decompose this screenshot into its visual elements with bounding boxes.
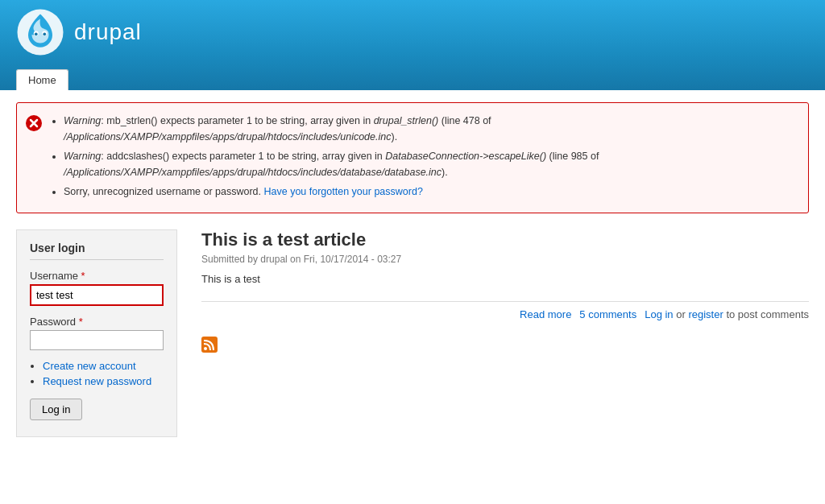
drupal-logo-icon	[16, 8, 64, 56]
article-footer: Read more 5 comments Log in or register …	[201, 301, 809, 320]
read-more-link[interactable]: Read more	[520, 308, 571, 320]
svg-point-9	[204, 347, 207, 350]
username-label: Username *	[30, 270, 164, 282]
error-icon	[25, 114, 43, 132]
svg-point-4	[43, 32, 46, 35]
main-content: Warning: mb_strlen() expects parameter 1…	[0, 90, 825, 449]
request-password-link[interactable]: Request new password	[43, 375, 151, 387]
article-area: This is a test article Submitted by drup…	[201, 229, 809, 355]
password-input[interactable]	[30, 330, 164, 350]
tab-home[interactable]: Home	[16, 69, 68, 90]
password-required-star: *	[79, 316, 83, 328]
username-input[interactable]	[30, 284, 164, 306]
login-link[interactable]: Log in	[645, 308, 673, 320]
error-item-3: Sorry, unrecognized username or password…	[64, 184, 797, 200]
username-required-star: *	[81, 270, 85, 282]
sidebar: User login Username * Password * Create …	[16, 229, 177, 437]
footer-text: Log in or register to post comments	[645, 308, 809, 320]
login-button[interactable]: Log in	[30, 399, 82, 420]
svg-point-3	[35, 32, 38, 35]
nav-tabs: Home	[16, 69, 809, 90]
error-box: Warning: mb_strlen() expects parameter 1…	[16, 102, 809, 213]
two-col-layout: User login Username * Password * Create …	[16, 229, 809, 437]
register-link[interactable]: register	[688, 308, 723, 320]
error-item-2: Warning: addcslashes() expects parameter…	[64, 148, 797, 180]
site-title: drupal	[74, 19, 142, 45]
sidebar-link-item-2: Request new password	[43, 375, 164, 387]
forgot-password-link[interactable]: Have you forgotten your password?	[264, 186, 423, 197]
sidebar-link-item-1: Create new account	[43, 360, 164, 372]
sidebar-links: Create new account Request new password	[30, 360, 164, 387]
sidebar-title: User login	[30, 242, 164, 260]
article-body: This is a test	[201, 273, 809, 285]
create-account-link[interactable]: Create new account	[43, 360, 136, 372]
site-header: drupal Home	[0, 0, 825, 90]
password-label: Password *	[30, 316, 164, 328]
article-title: This is a test article	[201, 229, 809, 250]
rss-icon[interactable]	[201, 337, 218, 353]
error-item-1: Warning: mb_strlen() expects parameter 1…	[64, 113, 797, 145]
header-top: drupal	[16, 8, 809, 64]
rss-area	[201, 337, 809, 355]
error-messages-list: Warning: mb_strlen() expects parameter 1…	[51, 113, 797, 203]
article-meta: Submitted by drupal on Fri, 10/17/2014 -…	[201, 254, 809, 265]
comments-link[interactable]: 5 comments	[579, 308, 636, 320]
